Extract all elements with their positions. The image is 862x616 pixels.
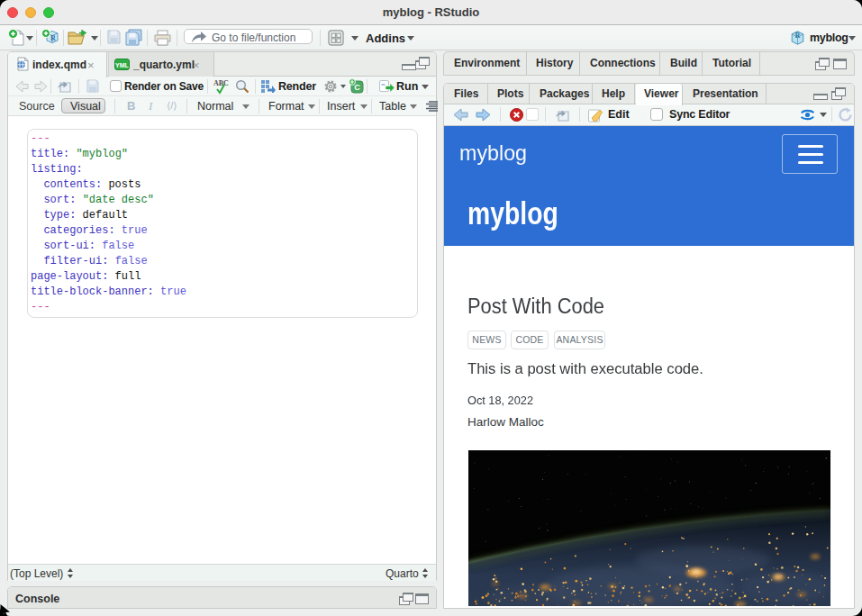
svg-text:R: R: [50, 34, 56, 42]
svg-text:YML: YML: [115, 62, 130, 68]
svg-text:ABC: ABC: [213, 79, 229, 87]
svg-text:C: C: [354, 83, 360, 92]
svg-text:R: R: [795, 32, 801, 40]
